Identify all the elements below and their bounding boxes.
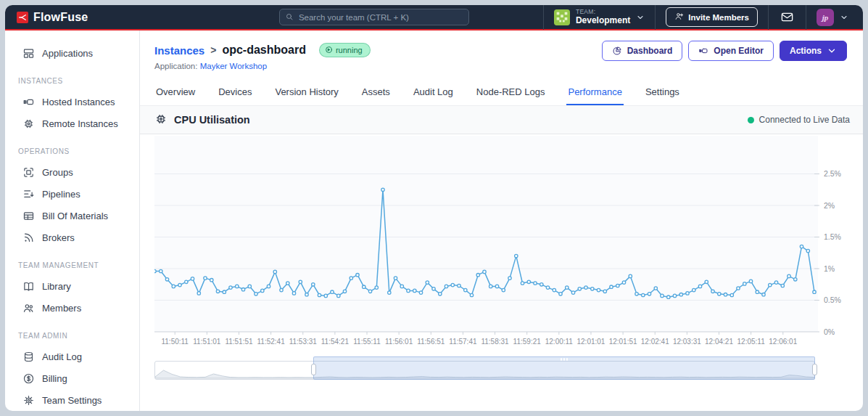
breadcrumb-instances-link[interactable]: Instances	[154, 44, 204, 57]
live-status: Connected to Live Data	[748, 115, 850, 125]
sidebar-item-label: Bill Of Materials	[42, 211, 108, 221]
members-icon	[22, 302, 35, 314]
chevron-down-icon	[636, 13, 645, 22]
tab-bar: OverviewDevicesVersion HistoryAssetsAudi…	[140, 81, 863, 106]
chevron-down-icon	[840, 13, 848, 22]
sidebar-item-members[interactable]: Members	[5, 297, 139, 319]
open-editor-button[interactable]: Open Editor	[688, 41, 774, 61]
flowfuse-logo[interactable]: FlowFuse	[17, 11, 88, 24]
svg-text:0.5%: 0.5%	[824, 295, 841, 304]
svg-text:11:55:11: 11:55:11	[353, 338, 381, 346]
page-title: opc-dashboard	[222, 44, 306, 57]
main-content: Instances > opc-dashboard running Applic…	[140, 30, 863, 411]
dashboard-button[interactable]: Dashboard	[602, 41, 683, 61]
chevron-down-icon	[827, 46, 837, 56]
page-header: Instances > opc-dashboard running Applic…	[140, 30, 863, 70]
actions-button[interactable]: Actions	[780, 41, 847, 61]
sidebar-item-brokers[interactable]: Brokers	[5, 227, 139, 248]
svg-text:11:51:51: 11:51:51	[225, 338, 253, 346]
sidebar-item-label: Billing	[42, 373, 67, 384]
application-label: Application:	[154, 62, 197, 70]
team-avatar	[554, 9, 570, 25]
svg-text:12:06:01: 12:06:01	[769, 338, 797, 346]
invite-members-button[interactable]: Invite Members	[666, 7, 758, 27]
audit-log-icon	[22, 351, 35, 363]
search-input[interactable]	[279, 9, 469, 25]
sidebar-section-label: OPERATIONS	[5, 134, 139, 161]
sidebar-item-label: Members	[42, 303, 81, 314]
cpu-chip-icon	[154, 113, 168, 128]
sidebar-item-label: Audit Log	[42, 351, 82, 362]
svg-text:11:50:11: 11:50:11	[161, 338, 189, 346]
groups-icon	[22, 166, 35, 179]
editor-icon	[698, 46, 708, 56]
play-circle-icon	[325, 46, 333, 55]
user-menu[interactable]: jp	[806, 9, 853, 26]
sidebar-item-hosted-instances[interactable]: Hosted Instances	[5, 91, 139, 113]
svg-text:12:03:31: 12:03:31	[673, 338, 701, 346]
user-plus-icon	[674, 12, 684, 23]
svg-text:1.5%: 1.5%	[824, 232, 841, 241]
svg-text:12:05:11: 12:05:11	[737, 338, 766, 346]
library-icon	[22, 280, 35, 293]
sidebar: ApplicationsINSTANCESHosted InstancesRem…	[5, 30, 140, 411]
tab-settings[interactable]: Settings	[644, 81, 681, 105]
svg-text:1%: 1%	[824, 264, 835, 273]
hosted-instances-icon	[22, 96, 35, 108]
svg-text:11:51:01: 11:51:01	[193, 338, 221, 346]
navbar-right-cluster: TEAM: Development Invite Members jp	[543, 5, 853, 29]
sidebar-item-label: Brokers	[42, 232, 75, 243]
tab-overview[interactable]: Overview	[154, 81, 197, 105]
chart-navigator	[154, 361, 815, 380]
navigator-right-handle[interactable]	[812, 364, 817, 375]
user-avatar: jp	[817, 9, 834, 26]
svg-text:11:58:31: 11:58:31	[481, 338, 509, 346]
svg-text:12:04:21: 12:04:21	[705, 338, 733, 346]
tab-version-history[interactable]: Version History	[273, 81, 339, 105]
status-badge-label: running	[336, 46, 363, 54]
navigator-grip-icon[interactable]	[561, 358, 568, 361]
svg-text:12:01:51: 12:01:51	[609, 338, 637, 346]
sidebar-item-groups[interactable]: Groups	[5, 161, 139, 183]
bom-icon	[22, 210, 35, 222]
tab-devices[interactable]: Devices	[217, 81, 253, 105]
sidebar-item-label: Library	[42, 281, 71, 292]
sidebar-item-applications[interactable]: Applications	[5, 42, 139, 64]
sidebar-item-remote-instances[interactable]: Remote Instances	[5, 113, 139, 134]
svg-text:11:56:01: 11:56:01	[385, 338, 413, 346]
header-actions: DashboardOpen EditorActions	[602, 41, 847, 61]
sidebar-item-bill-of-materials[interactable]: Bill Of Materials	[5, 205, 139, 227]
remote-instances-icon	[22, 118, 35, 130]
tab-node-red-logs[interactable]: Node-RED Logs	[475, 81, 547, 105]
mail-icon	[780, 10, 794, 24]
sidebar-item-label: Hosted Instances	[42, 97, 115, 107]
application-row: Application: Mayker Workshop	[154, 62, 847, 70]
cpu-chart: 0%0.5%1%1.5%2%2.5%11:50:1111:51:0111:51:…	[140, 134, 863, 346]
invite-members-label: Invite Members	[688, 13, 749, 22]
tab-audit-log[interactable]: Audit Log	[412, 81, 455, 105]
svg-text:12:00:11: 12:00:11	[545, 338, 574, 346]
billing-icon	[22, 372, 35, 385]
sidebar-item-audit-log[interactable]: Audit Log	[5, 346, 139, 367]
application-link[interactable]: Mayker Workshop	[200, 62, 267, 70]
team-selector[interactable]: TEAM: Development	[544, 5, 655, 29]
sidebar-item-team-settings[interactable]: Team Settings	[5, 389, 139, 411]
chart-panel-header: CPU Utilisation Connected to Live Data	[140, 106, 863, 134]
sidebar-section-label: INSTANCES	[5, 64, 139, 91]
chart-title-text: CPU Utilisation	[174, 114, 250, 126]
cpu-chart-svg: 0%0.5%1%1.5%2%2.5%11:50:1111:51:0111:51:…	[154, 134, 848, 346]
tab-performance[interactable]: Performance	[566, 81, 623, 105]
svg-text:11:57:41: 11:57:41	[449, 338, 477, 346]
top-navbar: FlowFuse TEAM: Development Invite Member…	[5, 5, 863, 30]
svg-text:2%: 2%	[824, 201, 835, 210]
notifications-button[interactable]	[769, 10, 806, 24]
navigator-selection[interactable]	[313, 356, 815, 380]
svg-text:2.5%: 2.5%	[824, 169, 841, 178]
sidebar-item-label: Groups	[42, 167, 73, 178]
navbar-divider	[655, 5, 656, 30]
tab-assets[interactable]: Assets	[360, 81, 392, 105]
sidebar-item-billing[interactable]: Billing	[5, 367, 139, 389]
navigator-left-handle[interactable]	[311, 364, 316, 375]
sidebar-item-pipelines[interactable]: Pipelines	[5, 183, 139, 205]
sidebar-item-library[interactable]: Library	[5, 275, 139, 297]
